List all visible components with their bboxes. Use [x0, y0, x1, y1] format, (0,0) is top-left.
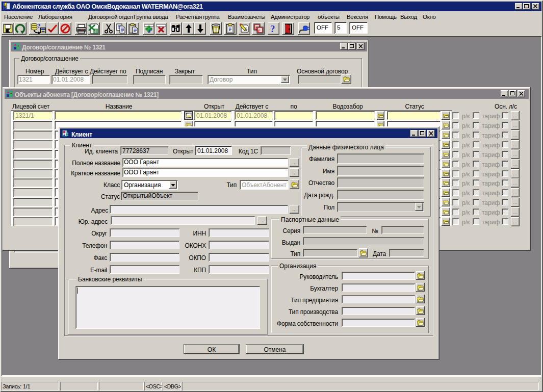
svg-text:?: ?	[37, 23, 40, 30]
svg-text:?: ?	[270, 23, 275, 34]
svg-text:F: F	[258, 29, 261, 33]
